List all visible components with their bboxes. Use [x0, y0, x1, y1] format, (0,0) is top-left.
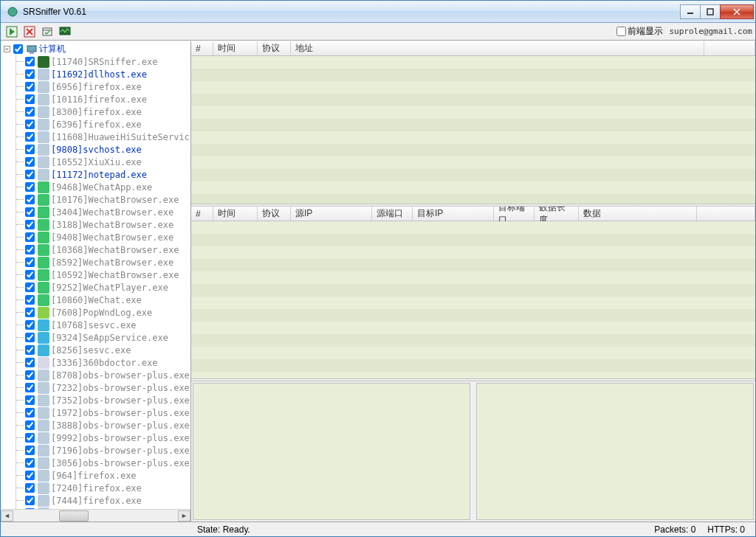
column-header[interactable]: # [191, 41, 213, 55]
tree-item[interactable]: [8708]obs-browser-plus.exe [25, 369, 190, 381]
process-checkbox[interactable] [25, 345, 35, 355]
titlebar[interactable]: SRSniffer V0.61 [1, 1, 755, 23]
process-checkbox[interactable] [25, 82, 35, 91]
tree-hscrollbar[interactable]: ◄ ► [1, 509, 190, 522]
tree-item[interactable]: [7196]obs-browser-plus.exe [25, 444, 190, 457]
process-checkbox[interactable] [25, 69, 35, 79]
tree-item[interactable]: [10552]XiuXiu.exe [25, 156, 190, 168]
packet-grid[interactable]: #时间协议源IP源端口目标IP目标端口数据长度数据 [191, 207, 755, 378]
detail-panel-right[interactable] [476, 383, 754, 520]
detail-panel-left[interactable] [193, 383, 470, 520]
column-header[interactable]: 数据 [579, 207, 697, 221]
column-header[interactable]: 协议 [258, 207, 291, 221]
column-header[interactable]: 地址 [291, 41, 704, 55]
tree-item[interactable]: [9324]SeAppService.exe [25, 331, 190, 344]
tree-item[interactable]: [3888]obs-browser-plus.exe [25, 419, 190, 432]
minimize-button[interactable] [680, 4, 701, 19]
process-tree[interactable]: − 计算机 [11740]SRSniffer.exe[11692]dllhost… [1, 41, 190, 509]
process-checkbox[interactable] [25, 496, 35, 505]
tree-item[interactable]: [7608]PopWndLog.exe [25, 306, 190, 319]
process-checkbox[interactable] [25, 370, 35, 380]
start-capture-button[interactable] [4, 24, 20, 39]
tree-item[interactable]: [7240]firefox.exe [25, 482, 190, 494]
process-checkbox[interactable] [25, 458, 35, 468]
maximize-button[interactable] [700, 4, 721, 19]
tree-item[interactable]: [10768]sesvc.exe [25, 319, 190, 331]
column-header[interactable]: 目标IP [413, 207, 494, 221]
tree-item[interactable]: [10368]WechatBrowser.exe [25, 243, 190, 256]
collapse-icon[interactable]: − [4, 46, 10, 52]
tree-item[interactable]: [9252]WeChatPlayer.exe [25, 281, 190, 294]
process-checkbox[interactable] [25, 182, 35, 192]
process-checkbox[interactable] [25, 283, 35, 292]
tree-item[interactable]: [964]firefox.exe [25, 469, 190, 482]
tree-item[interactable]: [11172]notepad.exe [25, 168, 190, 181]
process-checkbox[interactable] [25, 245, 35, 254]
tree-item[interactable]: [9992]obs-browser-plus.exe [25, 432, 190, 444]
process-checkbox[interactable] [25, 132, 35, 142]
process-checkbox[interactable] [25, 94, 35, 104]
stop-capture-button[interactable] [21, 24, 38, 39]
process-checkbox[interactable] [25, 157, 35, 167]
scroll-right-icon[interactable]: ► [178, 510, 190, 522]
process-checkbox[interactable] [25, 308, 35, 317]
column-header[interactable]: 数据长度 [535, 207, 579, 221]
process-checkbox[interactable] [25, 483, 35, 493]
tree-item[interactable]: [9468]WeChatApp.exe [25, 181, 190, 193]
packet-grid-body[interactable] [191, 221, 755, 378]
options-button[interactable] [39, 24, 55, 39]
process-checkbox[interactable] [25, 358, 35, 367]
process-checkbox[interactable] [25, 107, 35, 117]
tree-item[interactable]: [6396]firefox.exe [25, 118, 190, 131]
tree-item[interactable]: [7352]obs-browser-plus.exe [25, 394, 190, 406]
process-checkbox[interactable] [25, 145, 35, 154]
tree-item[interactable]: [6956]firefox.exe [25, 80, 190, 93]
process-checkbox[interactable] [25, 119, 35, 129]
tree-item[interactable]: [10592]WechatBrowser.exe [25, 268, 190, 281]
request-grid[interactable]: #时间协议地址 [191, 41, 755, 204]
process-checkbox[interactable] [25, 471, 35, 480]
column-header[interactable]: # [191, 207, 213, 221]
close-button[interactable] [720, 4, 754, 19]
tree-item[interactable]: [11608]HuaweiHiSuiteServic [25, 131, 190, 143]
process-checkbox[interactable] [25, 207, 35, 217]
tree-item[interactable]: [3056]obs-browser-plus.exe [25, 457, 190, 469]
monitor-button[interactable] [57, 24, 73, 39]
tree-item[interactable]: [8300]firefox.exe [25, 105, 190, 118]
tree-item[interactable]: [1972]obs-browser-plus.exe [25, 406, 190, 419]
process-checkbox[interactable] [25, 195, 35, 204]
tree-item[interactable]: [10176]WechatBrowser.exe [25, 193, 190, 206]
process-checkbox[interactable] [25, 420, 35, 430]
tree-item[interactable]: [8256]sesvc.exe [25, 344, 190, 356]
tree-item[interactable]: [9808]svchost.exe [25, 143, 190, 156]
process-checkbox[interactable] [25, 232, 35, 242]
process-checkbox[interactable] [25, 433, 35, 443]
column-header[interactable]: 时间 [213, 207, 258, 221]
process-checkbox[interactable] [25, 395, 35, 405]
process-checkbox[interactable] [25, 170, 35, 179]
process-checkbox[interactable] [25, 408, 35, 418]
column-header[interactable]: 时间 [213, 41, 258, 55]
tree-item[interactable]: [10116]firefox.exe [25, 93, 190, 105]
tree-item[interactable]: [7444]firefox.exe [25, 494, 190, 507]
column-header[interactable]: 目标端口 [494, 207, 535, 221]
process-checkbox[interactable] [25, 383, 35, 392]
tree-item[interactable]: [7232]obs-browser-plus.exe [25, 381, 190, 394]
tree-item[interactable]: [3404]WechatBrowser.exe [25, 206, 190, 218]
process-checkbox[interactable] [25, 333, 35, 342]
scroll-left-icon[interactable]: ◄ [1, 510, 13, 522]
process-checkbox[interactable] [25, 446, 35, 455]
tree-item[interactable]: [11740]SRSniffer.exe [25, 55, 190, 68]
process-checkbox[interactable] [25, 220, 35, 229]
splitter-vertical[interactable] [472, 381, 475, 522]
process-checkbox[interactable] [25, 270, 35, 280]
tree-item[interactable]: [8592]WechatBrowser.exe [25, 256, 190, 268]
scroll-thumb[interactable] [59, 510, 89, 522]
process-checkbox[interactable] [25, 295, 35, 305]
process-checkbox[interactable] [25, 320, 35, 330]
column-header[interactable]: 源端口 [372, 207, 413, 221]
tree-item[interactable]: [9408]WechatBrowser.exe [25, 231, 190, 243]
tree-root[interactable]: − 计算机 [2, 43, 190, 55]
request-grid-body[interactable] [191, 56, 755, 204]
frontend-display-checkbox[interactable]: 前端显示 [616, 25, 663, 38]
